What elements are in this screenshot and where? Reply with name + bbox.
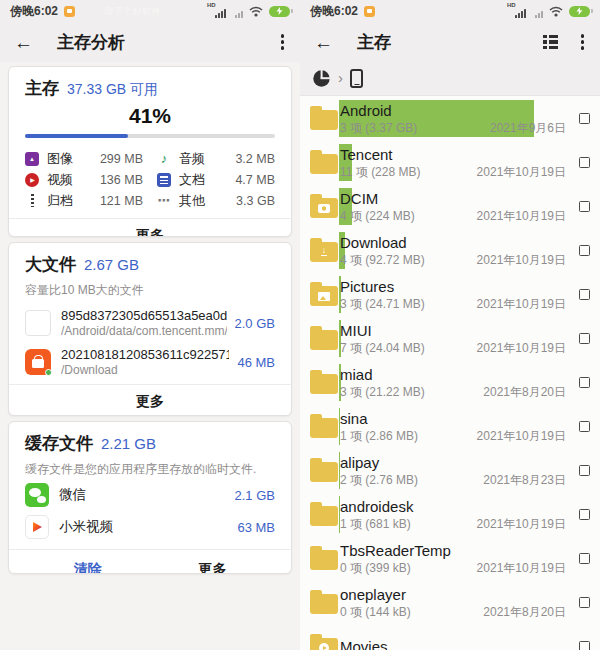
folder-checkbox[interactable]: [579, 597, 590, 608]
folder-name: Download: [340, 233, 566, 252]
folder-name: Tencent: [340, 145, 566, 164]
folder-checkbox[interactable]: [579, 377, 590, 388]
folder-checkbox[interactable]: [579, 465, 590, 476]
folder-row[interactable]: Download 4 项 (92.72 MB) 2021年10月19日: [300, 228, 600, 272]
large-files-subtitle: 容量比10 MB大的文件: [25, 282, 275, 299]
folder-checkbox[interactable]: [579, 201, 590, 212]
folder-date: 2021年10月19日: [477, 516, 566, 532]
category-cell[interactable]: 归档 121 MB: [25, 190, 143, 211]
folder-row[interactable]: androidesk 1 项 (681 kB) 2021年10月19日: [300, 492, 600, 536]
file-name: 895d8372305d65513a5ea0d71f7e45e9: [61, 308, 227, 323]
category-label: 视频: [47, 171, 100, 189]
folder-row[interactable]: Tencent 11 项 (228 MB) 2021年10月19日: [300, 140, 600, 184]
folder-row[interactable]: Pictures 3 项 (24.71 MB) 2021年10月19日: [300, 272, 600, 316]
folder-items-size: 1 项 (2.86 MB): [340, 428, 418, 444]
large-files-more-button[interactable]: 更多: [25, 385, 275, 415]
storage-pie-icon[interactable]: [312, 69, 331, 88]
message-badge-icon: [64, 6, 75, 17]
battery-icon: [569, 6, 590, 17]
folder-icon: [310, 456, 338, 484]
app-bar: ← 主存: [300, 22, 600, 62]
folder-row[interactable]: oneplayer 0 项 (144 kB) 2021年8月20日: [300, 580, 600, 624]
folder-name: alipay: [340, 453, 566, 472]
back-button[interactable]: ←: [14, 33, 33, 52]
category-cell[interactable]: 视频 136 MB: [25, 169, 143, 190]
overflow-menu-button[interactable]: [279, 32, 287, 52]
category-size: 3.3 GB: [236, 194, 275, 208]
folder-date: 2021年10月19日: [477, 208, 566, 224]
clock-text: 傍晚6:02: [10, 3, 58, 20]
apk-app-icon: [25, 349, 51, 375]
folder-row[interactable]: alipay 2 项 (2.76 MB) 2021年8月23日: [300, 448, 600, 492]
folder-name: Android: [340, 101, 566, 120]
large-file-row[interactable]: 20210818120853611c922571f39.apk /Downloa…: [25, 347, 275, 377]
signal-icon: HD: [515, 8, 526, 18]
folder-row[interactable]: Movies: [300, 624, 600, 650]
folder-name: oneplayer: [340, 585, 566, 604]
blank-file-icon: [25, 310, 51, 336]
app-bar: ← 主存分析: [0, 22, 300, 62]
category-size: 136 MB: [100, 173, 143, 187]
apk-badge-icon: [45, 369, 52, 376]
large-files-total: 2.67 GB: [84, 256, 139, 273]
signal-icon: HD: [215, 8, 226, 18]
category-label: 文档: [179, 171, 235, 189]
folder-checkbox[interactable]: [579, 421, 590, 432]
folder-name: TbsReaderTemp: [340, 541, 566, 560]
folder-items-size: 0 项 (399 kB): [340, 560, 411, 576]
category-cell[interactable]: 其他 3.3 GB: [157, 190, 275, 211]
folder-date: 2021年10月19日: [477, 560, 566, 576]
folder-items-size: 3 项 (21.22 MB): [340, 384, 425, 400]
folder-name: Movies: [340, 637, 566, 650]
folder-icon: [310, 104, 338, 132]
folder-checkbox[interactable]: [579, 245, 590, 256]
file-browser-screen: 傍晚6:02 HD ← 主存 › Android: [300, 0, 600, 650]
storage-available-text: 37.33 GB 可用: [67, 81, 158, 99]
file-size: 46 MB: [237, 355, 275, 370]
cache-app-row[interactable]: 小米视频 63 MB: [25, 512, 275, 542]
signal2-icon: [232, 8, 243, 18]
back-button[interactable]: ←: [314, 33, 333, 52]
category-cell[interactable]: 图像 299 MB: [25, 148, 143, 169]
file-path: /Download: [61, 363, 229, 377]
folder-items-size: 3 项 (24.71 MB): [340, 296, 425, 312]
folder-checkbox[interactable]: [579, 333, 590, 344]
folder-row[interactable]: DCIM 4 项 (224 MB) 2021年10月19日: [300, 184, 600, 228]
folder-camera-icon: [310, 192, 338, 220]
cache-more-button[interactable]: 更多: [150, 552, 275, 574]
folder-checkbox[interactable]: [579, 157, 590, 168]
archive-icon: [25, 194, 39, 208]
storage-more-button[interactable]: 更多: [25, 219, 275, 237]
storage-progress-track: [25, 134, 275, 138]
folder-checkbox[interactable]: [579, 509, 590, 520]
folder-row[interactable]: Android 3 项 (3.37 GB) 2021年9月6日: [300, 96, 600, 140]
overflow-menu-button[interactable]: [579, 32, 587, 52]
view-mode-button[interactable]: [542, 34, 559, 51]
chevron-right-icon: ›: [338, 69, 343, 86]
folder-checkbox[interactable]: [579, 641, 590, 650]
category-cell[interactable]: 文档 4.7 MB: [157, 169, 275, 190]
folder-checkbox[interactable]: [579, 289, 590, 300]
file-path: /Android/data/com.tencent.mm/cach...: [61, 324, 227, 338]
large-file-row[interactable]: 895d8372305d65513a5ea0d71f7e45e9 /Androi…: [25, 308, 275, 338]
internal-storage-icon[interactable]: [350, 69, 363, 88]
folder-date: 2021年10月19日: [477, 164, 566, 180]
folder-icon: [310, 368, 338, 396]
folder-row[interactable]: miad 3 项 (21.22 MB) 2021年8月20日: [300, 360, 600, 404]
folder-checkbox[interactable]: [579, 113, 590, 124]
file-name: 20210818120853611c922571f39.apk: [61, 347, 229, 362]
folder-row[interactable]: sina 1 项 (2.86 MB) 2021年10月19日: [300, 404, 600, 448]
folder-items-size: 4 项 (224 MB): [340, 208, 415, 224]
storage-card-title: 主存: [25, 77, 59, 100]
folder-row[interactable]: MIUI 7 项 (24.04 MB) 2021年10月19日: [300, 316, 600, 360]
document-icon: [157, 173, 171, 187]
folder-checkbox[interactable]: [579, 553, 590, 564]
folder-name: MIUI: [340, 321, 566, 340]
cache-app-row[interactable]: 微信 2.1 GB: [25, 480, 275, 510]
file-size: 2.0 GB: [235, 316, 275, 331]
folder-row[interactable]: TbsReaderTemp 0 项 (399 kB) 2021年10月19日: [300, 536, 600, 580]
folder-name: Pictures: [340, 277, 566, 296]
category-cell[interactable]: 音频 3.2 MB: [157, 148, 275, 169]
folder-list: Android 3 项 (3.37 GB) 2021年9月6日 Tencent …: [300, 96, 600, 650]
clear-cache-button[interactable]: 清除: [25, 552, 150, 574]
